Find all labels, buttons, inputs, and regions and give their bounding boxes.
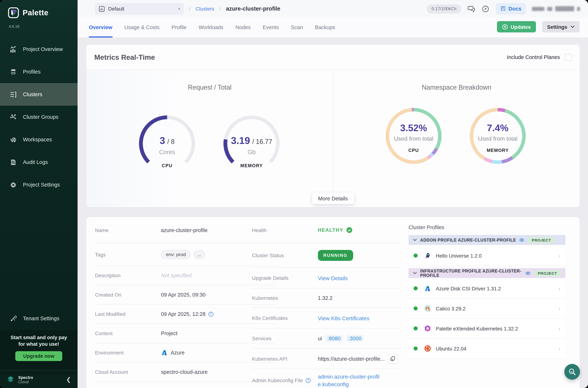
sidebar-item-project-overview[interactable]: Project Overview xyxy=(0,38,78,60)
detail-row-services: Services ui :8080 :3000 xyxy=(252,329,401,349)
cpu-request-unit: Cores xyxy=(136,149,198,156)
sidebar-item-audit-logs[interactable]: Audit Logs xyxy=(0,151,78,173)
cpu-namespace-subtitle: Used from total xyxy=(383,136,445,142)
chevron-right-icon: › xyxy=(559,345,560,352)
memory-namespace-donut: 7.4% Used from total MEMORY xyxy=(467,105,529,167)
chat-icon[interactable] xyxy=(467,5,475,13)
sidebar-item-clusters[interactable]: Clusters xyxy=(0,83,78,106)
profile-row-azure-disk[interactable]: Azure Disk CSI Driver 1.31.2 › xyxy=(408,279,565,298)
detail-row-context: Context Project xyxy=(95,324,276,343)
memory-request-unit: Gb xyxy=(221,149,283,156)
detail-row-architecture: Architecture AMD64 xyxy=(95,382,276,388)
sidebar-footer: Spectro Cloud ❮ xyxy=(0,370,78,388)
settings-button[interactable]: Settings xyxy=(542,21,580,32)
more-details-button[interactable]: More Details xyxy=(312,193,354,204)
upgrade-promo: Start small and only pay for what you us… xyxy=(0,330,78,375)
environment-value: Azure xyxy=(171,350,185,356)
metrics-title: Metrics Real-Time xyxy=(94,53,155,61)
cluster-profiles-heading: Cluster Profiles xyxy=(408,217,565,235)
sidebar-item-cluster-groups[interactable]: Cluster Groups xyxy=(0,106,78,128)
view-certificates-link[interactable]: View K8s Certificates xyxy=(318,315,369,321)
memory-gauge-label: MEMORY xyxy=(221,163,283,168)
info-icon[interactable] xyxy=(208,311,214,317)
kubernetes-version-value: 1.32.2 xyxy=(318,295,333,301)
spectro-cloud-logo-icon xyxy=(7,375,15,384)
audit-logs-icon xyxy=(9,158,17,166)
user-account-redacted[interactable] xyxy=(532,6,580,11)
tab-scan[interactable]: Scan xyxy=(291,24,303,38)
screen: Palette 4.6.18 Project Overview xyxy=(0,0,588,388)
tab-overview[interactable]: Overview xyxy=(89,24,112,38)
detail-row-health: Health HEALTHY xyxy=(252,217,401,243)
tab-usage-costs[interactable]: Usage & Costs xyxy=(124,24,159,38)
info-icon[interactable] xyxy=(305,378,311,383)
sidebar-item-label: Clusters xyxy=(23,92,42,97)
sidebar: Palette 4.6.18 Project Overview xyxy=(0,0,78,388)
detail-row-description: Description Not specified. xyxy=(95,266,276,285)
docs-button[interactable]: Docs xyxy=(496,3,526,15)
breadcrumb-separator: / xyxy=(189,6,190,12)
memory-namespace-subtitle: Used from total xyxy=(467,136,529,142)
status-dot xyxy=(414,286,418,290)
azure-icon xyxy=(424,285,431,292)
created-on-value: 09 Apr 2025, 09:30 xyxy=(161,292,205,298)
status-dot xyxy=(414,254,418,258)
sidebar-item-profiles[interactable]: Profiles xyxy=(0,60,78,83)
search-feedback-button[interactable] xyxy=(564,364,580,380)
tab-profile[interactable]: Profile xyxy=(172,24,186,38)
kubeconfig-download-link[interactable]: admin.azure-cluster-profile.kubeconfig xyxy=(318,373,382,388)
include-control-planes-label: Include Control Planes xyxy=(507,54,560,60)
memory-request-total: / 16.77 xyxy=(252,138,272,146)
service-port-8080-link[interactable]: :8080 xyxy=(325,335,343,342)
workspace-value: Default xyxy=(108,6,124,12)
tab-workloads[interactable]: Workloads xyxy=(199,24,223,38)
infrastructure-profile-header[interactable]: INFRASTRUCTURE PROFILE AZURE-CLUSTER-PRO… xyxy=(408,268,565,278)
health-value: HEALTHY xyxy=(318,227,343,233)
profile-row-hello-universe[interactable]: Hello Universe 1.2.0 › xyxy=(408,245,565,266)
updates-button[interactable]: Updates xyxy=(497,21,536,32)
kubernetes-api-value: https://azure-cluster-profile... xyxy=(318,356,385,362)
profile-row-calico[interactable]: Calico 3.29.2 › xyxy=(408,299,565,318)
tools-icon xyxy=(9,315,17,322)
compass-icon[interactable] xyxy=(481,5,490,13)
credits-badge: 0.17/100kCh xyxy=(427,4,461,13)
project-badge: PROJECT xyxy=(534,270,561,276)
sidebar-item-tenant-settings[interactable]: Tenant Settings xyxy=(0,307,78,330)
tab-backups[interactable]: Backups xyxy=(315,24,335,38)
tab-events[interactable]: Events xyxy=(263,24,279,38)
breadcrumb-clusters-link[interactable]: Clusters xyxy=(196,6,214,12)
detail-row-environment: Environment Azure xyxy=(95,343,276,363)
gear-icon xyxy=(9,181,17,188)
project-badge: PROJECT xyxy=(528,237,555,243)
sidebar-item-label: Project Overview xyxy=(23,46,63,52)
profile-row-ubuntu[interactable]: Ubuntu 22.04 › xyxy=(408,339,565,358)
sidebar-item-project-settings[interactable]: Project Settings xyxy=(0,173,78,196)
sidebar-item-label: Audit Logs xyxy=(23,159,48,165)
palette-app-window: Palette 4.6.18 Project Overview xyxy=(0,0,588,388)
view-details-link[interactable]: View Details xyxy=(318,275,348,281)
service-port-3000-link[interactable]: :3000 xyxy=(346,335,364,342)
profile-row-pxk[interactable]: Palette eXtended Kubernetes 1.32.2 › xyxy=(408,319,565,338)
detail-row-upgrade: Upgrade Details View Details xyxy=(252,268,401,289)
sidebar-item-label: Tenant Settings xyxy=(23,315,59,321)
chevron-down-icon: ▾ xyxy=(178,6,180,11)
link-icon xyxy=(519,237,524,242)
details-column-2: Health HEALTHY Cluster Status RUNNING xyxy=(252,217,401,388)
detail-row-modified: Last Modified 09 Apr 2025, 12:28 xyxy=(95,305,276,324)
context-value: Project xyxy=(161,330,177,336)
addon-profile-header[interactable]: ADDON PROFILE AZURE-CLUSTER-PROFILE PROJ… xyxy=(408,235,565,245)
details-column-1: Name azure-cluster-profile Tags env: pro… xyxy=(95,217,276,388)
sidebar-item-workspaces[interactable]: Workspaces xyxy=(0,128,78,151)
detail-row-cloud-account: Cloud Account spectro-cloud-azure xyxy=(95,363,276,382)
status-dot xyxy=(414,326,418,330)
include-control-planes-checkbox[interactable] xyxy=(565,54,572,61)
workspace-selector[interactable]: Default ▾ xyxy=(95,3,184,15)
tag-more[interactable]: ... xyxy=(194,250,205,259)
tab-nodes[interactable]: Nodes xyxy=(235,24,251,38)
copy-icon[interactable] xyxy=(388,354,398,364)
upgrade-now-button[interactable]: Upgrade now xyxy=(15,351,62,361)
chevron-right-icon: › xyxy=(559,325,560,332)
book-icon xyxy=(500,6,506,12)
collapse-sidebar-icon[interactable]: ❮ xyxy=(66,376,71,383)
request-total-title: Request / Total xyxy=(86,84,333,92)
